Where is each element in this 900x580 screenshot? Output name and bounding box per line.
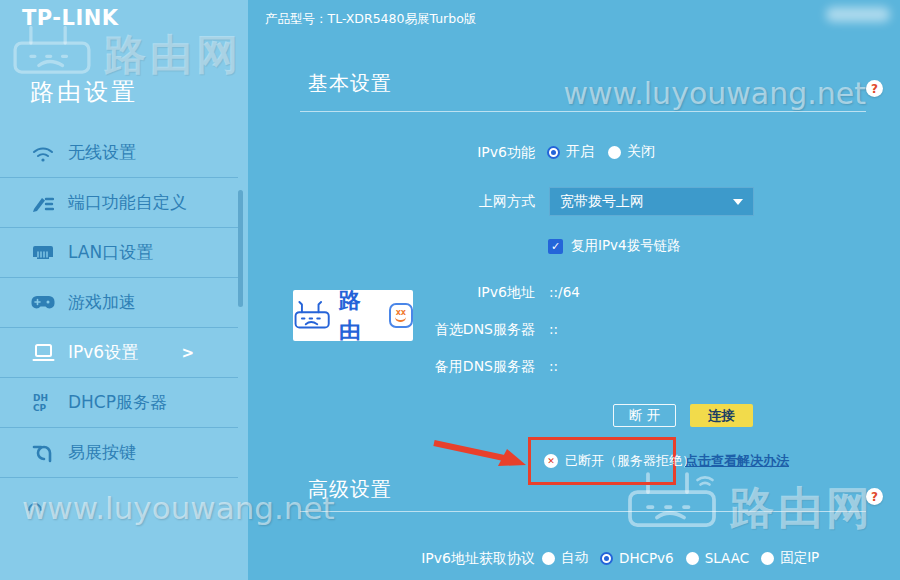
watermark-logo-text: 路由网	[730, 486, 874, 534]
ipv6-protocol-row: IPv6地址获取协议 自动 DHCPv6 SLAAC 固定IP	[248, 548, 900, 568]
sidebar-item-label: IPv6设置	[68, 341, 138, 364]
svg-text:CP: CP	[33, 403, 47, 413]
primary-dns-value: ::	[549, 319, 558, 339]
sidebar-item-label: 端口功能自定义	[68, 191, 187, 214]
radio-label: 固定IP	[780, 549, 819, 567]
lan-port-icon	[30, 240, 56, 266]
radio-icon[interactable]	[608, 146, 621, 159]
primary-dns-label: 首选DNS服务器	[248, 319, 535, 339]
radio-label: 关闭	[627, 143, 655, 161]
product-model: TL-XDR5480易展Turbo版	[328, 11, 477, 26]
gamepad-icon	[30, 290, 56, 316]
radio-icon[interactable]	[686, 552, 699, 565]
router-admin-page: TP-LINK 路由网 路由设置 无线设置 端口功能自定义	[0, 0, 900, 580]
sidebar-item-dhcp[interactable]: DHCP DHCP服务器	[0, 378, 238, 428]
secondary-dns-value: ::	[549, 356, 558, 376]
connect-buttons-row: 断 开 连接	[248, 404, 900, 427]
radio-ipv6-on[interactable]: 开启	[547, 143, 594, 161]
wan-mode-select[interactable]: 宽带拨号上网	[549, 187, 754, 216]
sidebar-item-label: 无线设置	[68, 141, 136, 164]
sidebar-item-label: DHCP服务器	[68, 391, 167, 414]
sidebar-item-onemesh[interactable]: 易展按键	[0, 428, 238, 478]
help-icon-advanced[interactable]: ?	[866, 488, 883, 505]
wifi-icon	[30, 140, 56, 166]
watermark-url-top: www.luyouwang.net	[563, 76, 866, 111]
radio-proto-staticip[interactable]: 固定IP	[761, 549, 819, 567]
basic-section-divider	[300, 111, 866, 112]
product-model-line: 产品型号：TL-XDR5480易展Turbo版	[265, 11, 476, 28]
ipv6-address-label: IPv6地址	[248, 282, 535, 302]
secondary-dns-label: 备用DNS服务器	[248, 356, 535, 376]
port-edit-icon	[30, 190, 56, 216]
sidebar-item-port-custom[interactable]: 端口功能自定义	[0, 178, 238, 228]
router-icon	[8, 22, 96, 80]
radio-selected-icon[interactable]	[547, 146, 560, 159]
disconnect-button[interactable]: 断 开	[613, 404, 676, 427]
ipv6-function-label: IPv6功能	[248, 142, 535, 162]
annotation-arrow-icon	[430, 438, 535, 470]
dhcp-icon: DHCP	[30, 390, 56, 416]
connection-status-text: 已断开（服务器拒绝）	[565, 452, 695, 470]
ipv6-function-row: IPv6功能 开启 关闭	[248, 142, 900, 162]
chevron-right-icon: >	[181, 344, 194, 362]
sidebar-item-label: 易展按键	[68, 441, 136, 464]
radio-selected-icon[interactable]	[600, 552, 613, 565]
ipv6-address-row: IPv6地址 ::/64	[248, 282, 900, 302]
wan-mode-value: 宽带拨号上网	[560, 193, 644, 211]
basic-section-title: 基本设置	[308, 70, 392, 97]
ipv6-protocol-label: IPv6地址获取协议	[248, 548, 535, 568]
watermark-logo-text: 路由网	[104, 34, 242, 80]
watermark-url-bottom: www.luyouwang.net	[22, 490, 335, 526]
error-x-circle-icon: ✕	[544, 454, 558, 468]
net-eyes: xx	[396, 309, 406, 317]
primary-dns-row: 首选DNS服务器 ::	[248, 319, 900, 339]
solution-link[interactable]: 点击查看解决办法	[685, 452, 789, 470]
help-icon-basic[interactable]: ?	[866, 80, 883, 97]
radio-ipv6-off[interactable]: 关闭	[608, 143, 655, 161]
panel-title: 路由设置	[30, 76, 138, 108]
radio-label: DHCPv6	[619, 550, 674, 566]
secondary-dns-row: 备用DNS服务器 ::	[248, 356, 900, 376]
ipv6-address-value: ::/64	[549, 282, 580, 302]
onemesh-icon	[30, 440, 56, 466]
reuse-ipv4-row: ✓ 复用IPv4拨号链路	[248, 236, 900, 256]
radio-label: 自动	[561, 549, 588, 567]
redacted-blur	[826, 7, 890, 22]
laptop-icon	[30, 340, 56, 366]
sidebar-item-lan[interactable]: LAN口设置	[0, 228, 238, 278]
sidebar-menu: 无线设置 端口功能自定义 LAN口设置 游戏加速	[0, 128, 238, 478]
main-content: 产品型号：TL-XDR5480易展Turbo版 基本设置 www.luyouwa…	[248, 0, 900, 580]
sidebar-scrollbar[interactable]	[238, 190, 243, 307]
radio-icon[interactable]	[542, 552, 555, 565]
sidebar-item-game-boost[interactable]: 游戏加速	[0, 278, 238, 328]
radio-proto-dhcpv6[interactable]: DHCPv6	[600, 550, 674, 566]
checkbox-checked-icon[interactable]: ✓	[548, 239, 563, 254]
sidebar-item-wireless[interactable]: 无线设置	[0, 128, 238, 178]
svg-text:DH: DH	[33, 393, 48, 403]
radio-icon[interactable]	[761, 552, 774, 565]
sidebar-item-label: LAN口设置	[68, 241, 153, 264]
watermark-router-logo: 路由网	[8, 22, 242, 80]
radio-proto-slaac[interactable]: SLAAC	[686, 550, 749, 566]
product-label: 产品型号：	[265, 11, 328, 26]
annotation-red-box: ✕ 已断开（服务器拒绝）	[528, 437, 676, 485]
chevron-down-icon	[733, 199, 743, 205]
sidebar-item-ipv6[interactable]: IPv6设置 >	[0, 328, 238, 378]
wan-mode-label: 上网方式	[248, 187, 535, 216]
radio-label: 开启	[566, 143, 594, 161]
reuse-ipv4-label: 复用IPv4拨号链路	[571, 237, 681, 255]
radio-label: SLAAC	[705, 550, 749, 566]
connect-button[interactable]: 连接	[690, 404, 753, 427]
radio-proto-auto[interactable]: 自动	[542, 549, 588, 567]
wan-mode-row: 上网方式 宽带拨号上网	[248, 187, 900, 216]
sidebar-item-label: 游戏加速	[68, 291, 136, 314]
